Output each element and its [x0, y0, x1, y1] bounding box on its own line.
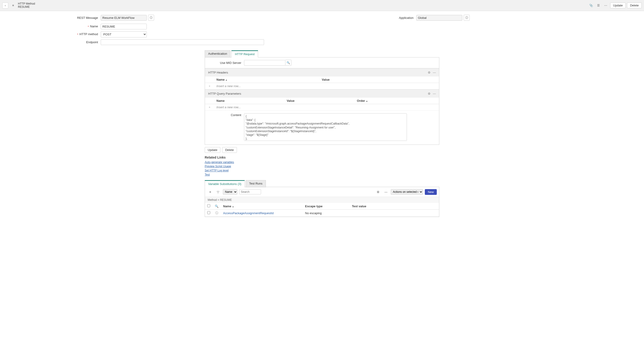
list-actions-select[interactable]: Actions on selected rows... [391, 189, 423, 195]
info-icon: ⓘ [150, 16, 152, 20]
http-headers-grid: Name Value + Insert a new row... [205, 76, 439, 89]
endpoint-label: Endpoint [0, 40, 101, 44]
update-button-top[interactable]: Update [610, 2, 626, 8]
rest-message-info-button[interactable]: ⓘ [148, 15, 154, 21]
related-list-tabs: Variable Substitutions (3) Test Runs [205, 180, 439, 187]
gear-icon: ⚙ [377, 190, 380, 194]
link-set-http-log-level[interactable]: Set HTTP Log level [205, 168, 439, 173]
variable-substitutions-list: 🔍 Name Escape type Test value ⓘAccessPac… [205, 203, 439, 217]
rest-message-label: REST Message [0, 16, 101, 19]
http-request-panel: Use MID Server 🔍 HTTP Headers ⚙ — Name [205, 57, 439, 145]
list-icon: ☰ [597, 4, 600, 7]
title-primary: HTTP Method [18, 2, 35, 5]
paperclip-icon: 📎 [589, 4, 593, 7]
delete-button-bottom[interactable]: Delete [222, 147, 237, 153]
list-menu-button[interactable]: ≡ [207, 189, 213, 195]
select-all-checkbox[interactable] [207, 204, 210, 207]
row-escape: No escaping [303, 210, 350, 217]
gear-icon[interactable]: ⚙ [428, 71, 430, 74]
list-filter-button[interactable]: ▽ [215, 189, 221, 195]
name-label: ＊Name [0, 24, 101, 28]
more-icon: ⋯ [604, 4, 607, 7]
list-col-name[interactable]: Name [221, 203, 303, 210]
attachments-button[interactable]: 📎 [588, 2, 594, 8]
row-name-link[interactable]: AccessPackageAssignmentRequestId [223, 211, 274, 215]
tab-variable-substitutions[interactable]: Variable Substitutions (3) [205, 180, 245, 187]
list-search-input[interactable] [239, 189, 261, 194]
rest-message-field[interactable] [101, 15, 147, 21]
hamburger-icon: ≡ [12, 4, 14, 7]
content-field[interactable] [244, 113, 407, 141]
form-menu-button[interactable]: ≡ [10, 2, 16, 8]
http-method-label: ＊HTTP method [0, 32, 101, 36]
info-icon[interactable]: ⓘ [215, 211, 218, 215]
http-query-grid: Name Value Order + Insert a new row... [205, 98, 439, 110]
application-field[interactable] [416, 15, 462, 21]
headers-col-name[interactable]: Name [214, 76, 320, 83]
http-headers-title: HTTP Headers [208, 71, 228, 74]
http-query-header: HTTP Query Parameters ⚙ — [205, 89, 439, 98]
row-test [350, 210, 439, 217]
related-links-title: Related Links [205, 156, 439, 159]
collapse-icon[interactable]: — [433, 92, 436, 95]
headers-placeholder: Insert a new row... [216, 84, 241, 88]
request-tabs: Authentication HTTP Request [205, 50, 439, 57]
list-col-escape[interactable]: Escape type [303, 203, 350, 210]
list-personalize-button[interactable]: ⚙ [375, 189, 381, 195]
headers-add-row[interactable]: + Insert a new row... [205, 83, 439, 89]
info-icon: ⓘ [465, 16, 468, 20]
back-button[interactable]: ‹ [2, 2, 8, 8]
application-info-button[interactable]: ⓘ [464, 15, 470, 21]
http-method-select[interactable]: POST [101, 31, 147, 37]
mid-server-lookup-button[interactable]: 🔍 [286, 60, 292, 66]
list-collapse-button[interactable]: — [383, 189, 389, 195]
link-auto-generate-variables[interactable]: Auto-generate variables [205, 160, 439, 164]
more-options-button[interactable]: ⋯ [603, 2, 609, 8]
http-query-title: HTTP Query Parameters [208, 92, 241, 95]
headers-col-value[interactable]: Value [320, 76, 439, 83]
title-secondary: RESUME [18, 5, 35, 9]
endpoint-field[interactable] [101, 39, 264, 45]
application-label: Application [322, 16, 416, 19]
related-links: Related Links Auto-generate variables Pr… [205, 156, 439, 177]
content-label: Content [205, 113, 244, 141]
query-placeholder: Insert a new row... [216, 105, 241, 109]
funnel-icon: ▽ [217, 190, 219, 194]
row-checkbox[interactable] [207, 211, 210, 214]
search-field-select[interactable]: Name [223, 189, 237, 195]
list-col-test[interactable]: Test value [350, 203, 439, 210]
plus-icon: + [208, 105, 210, 109]
query-col-value[interactable]: Value [284, 98, 354, 104]
plus-icon: + [208, 84, 210, 88]
gear-icon[interactable]: ⚙ [428, 92, 430, 95]
update-button-bottom[interactable]: Update [205, 147, 220, 153]
http-headers-header: HTTP Headers ⚙ — [205, 68, 439, 76]
mid-server-label: Use MID Server [205, 61, 244, 64]
page-title: HTTP Method RESUME [18, 2, 35, 9]
query-add-row[interactable]: + Insert a new row... [205, 104, 439, 110]
tab-test-runs[interactable]: Test Runs [246, 180, 266, 187]
collapse-icon[interactable]: — [433, 71, 436, 74]
link-test[interactable]: Test [205, 173, 439, 177]
query-col-order[interactable]: Order [355, 98, 439, 104]
tab-authentication[interactable]: Authentication [205, 50, 230, 57]
tab-http-request[interactable]: HTTP Request [232, 50, 258, 57]
search-icon: 🔍 [286, 61, 290, 64]
delete-button-top[interactable]: Delete [627, 2, 642, 8]
list-breadcrumb[interactable]: Method = RESUME [205, 197, 439, 203]
list-row[interactable]: ⓘAccessPackageAssignmentRequestIdNo esca… [205, 210, 439, 217]
required-mark: ＊ [76, 33, 79, 36]
chevron-left-icon: ‹ [5, 4, 6, 7]
minus-icon: — [384, 190, 387, 194]
form-region: REST Message ⓘ Application ⓘ [0, 11, 644, 45]
mid-server-field[interactable] [244, 60, 286, 66]
list-new-button[interactable]: New [425, 189, 437, 195]
topbar: ‹ ≡ HTTP Method RESUME 📎 ☰ ⋯ Update Dele… [0, 0, 644, 11]
query-col-name[interactable]: Name [214, 98, 284, 104]
activity-stream-button[interactable]: ☰ [596, 2, 602, 8]
search-icon[interactable]: 🔍 [215, 205, 218, 208]
required-mark: ＊ [87, 25, 90, 28]
name-field[interactable] [101, 24, 147, 29]
link-preview-script-usage[interactable]: Preview Script Usage [205, 164, 439, 168]
hamburger-icon: ≡ [209, 190, 211, 194]
